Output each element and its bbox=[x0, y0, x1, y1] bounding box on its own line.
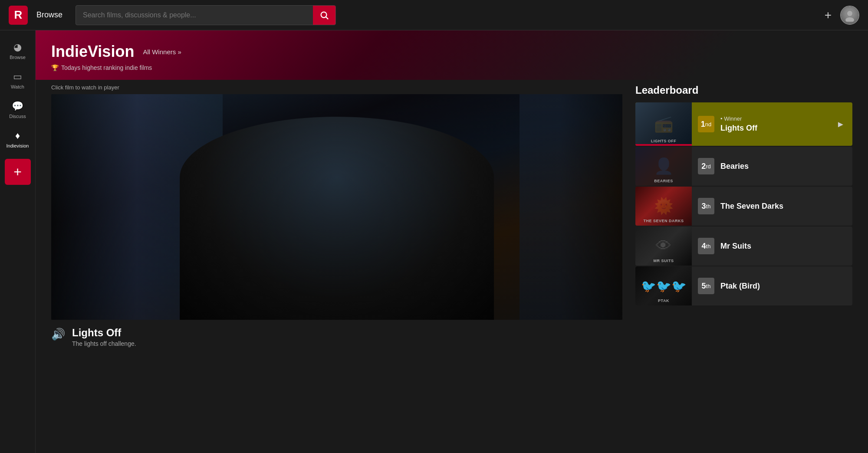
chat-icon: 💬 bbox=[12, 102, 23, 111]
user-avatar[interactable] bbox=[840, 6, 859, 25]
lb-film-title-4: Mr Suits bbox=[720, 242, 852, 251]
video-background bbox=[51, 94, 622, 320]
content-area: IndieVision All Winners » 🏆 Todays highe… bbox=[36, 30, 868, 453]
lb-rank-num-2: 2 bbox=[701, 162, 706, 171]
lb-thumbnail-2: 👤 BEARIES bbox=[635, 147, 692, 186]
player-section: Click film to watch in player 🔊 Lights O… bbox=[51, 80, 635, 453]
lb-rank-suffix-4: th bbox=[706, 243, 711, 249]
leaderboard-item-4[interactable]: 👁 MR SUITS 4th Mr Suits bbox=[635, 226, 852, 266]
lb-thumbnail-4: 👁 MR SUITS bbox=[635, 226, 692, 266]
player-leaderboard-row: Click film to watch in player 🔊 Lights O… bbox=[36, 80, 868, 453]
diamond-icon: ♦ bbox=[15, 131, 20, 141]
sidebar-label-indievision: Indievision bbox=[7, 143, 29, 148]
lb-winner-label: • Winner bbox=[720, 115, 834, 122]
top-nav: R Browse + bbox=[0, 0, 868, 30]
search-bar bbox=[76, 5, 336, 25]
avatar-image bbox=[841, 7, 858, 24]
lb-thumb-label-5: PTAK bbox=[635, 299, 692, 303]
sidebar-add-icon: + bbox=[13, 164, 22, 180]
app-logo[interactable]: R bbox=[9, 6, 28, 25]
search-input[interactable] bbox=[76, 7, 313, 23]
lb-film-title-2: Bearies bbox=[720, 162, 852, 171]
compass-icon: ◕ bbox=[13, 43, 22, 52]
lb-rank-badge-2: 2rd bbox=[698, 158, 714, 174]
lb-thumbnail-5: 🐦🐦🐦 PTAK bbox=[635, 266, 692, 305]
lb-thumb-label-4: MR SUITS bbox=[635, 259, 692, 263]
lb-thumbnail-1: 📻 LIGHTS OFF bbox=[635, 102, 692, 146]
indievision-header: IndieVision All Winners » 🏆 Todays highe… bbox=[36, 30, 868, 80]
sidebar-item-discuss[interactable]: 💬 Discuss bbox=[0, 96, 35, 124]
sidebar: ◕ Browse ▭ Watch 💬 Discuss ♦ Indievision… bbox=[0, 30, 36, 453]
svg-line-1 bbox=[326, 17, 328, 19]
video-player[interactable] bbox=[51, 94, 622, 320]
search-icon bbox=[319, 10, 329, 20]
leaderboard-item-2[interactable]: 👤 BEARIES 2rd Bearies bbox=[635, 147, 852, 186]
leaderboard-item-5[interactable]: 🐦🐦🐦 PTAK 5th Ptak (Bird) bbox=[635, 266, 852, 305]
browse-label: Browse bbox=[36, 10, 62, 20]
lb-rank-badge-3: 3th bbox=[698, 198, 714, 214]
lb-film-title-5: Ptak (Bird) bbox=[720, 282, 852, 291]
indievision-title-row: IndieVision All Winners » bbox=[51, 43, 851, 61]
lb-rank-suffix-1: nd bbox=[705, 121, 711, 128]
sidebar-label-watch: Watch bbox=[11, 84, 24, 89]
sidebar-item-indievision[interactable]: ♦ Indievision bbox=[0, 126, 35, 154]
lb-info-2: Bearies bbox=[720, 162, 852, 171]
click-hint: Click film to watch in player bbox=[51, 84, 622, 91]
sidebar-label-browse: Browse bbox=[10, 55, 26, 60]
add-button[interactable]: + bbox=[825, 9, 832, 21]
leaderboard-list: 📻 LIGHTS OFF 1nd • Winner Lights Off ► bbox=[635, 102, 852, 453]
svg-point-0 bbox=[321, 12, 327, 17]
lb-rank-suffix-5: th bbox=[706, 283, 711, 289]
lb-rank-suffix-2: rd bbox=[706, 163, 711, 170]
video-overlay bbox=[51, 94, 622, 320]
indievision-subtitle: 🏆 Todays highest ranking indie films bbox=[51, 64, 851, 71]
lb-thumb-label-2: BEARIES bbox=[635, 179, 692, 183]
lb-rank-num-5: 5 bbox=[702, 282, 706, 291]
lb-rank-suffix-3: th bbox=[706, 203, 711, 210]
leaderboard-item-1[interactable]: 📻 LIGHTS OFF 1nd • Winner Lights Off ► bbox=[635, 102, 852, 146]
leaderboard-item-3[interactable]: 🌞 THE SEVEN DARKS 3th The Seven Darks bbox=[635, 187, 852, 226]
now-playing-title: Lights Off bbox=[72, 327, 136, 339]
lb-rank-num-3: 3 bbox=[702, 202, 706, 211]
lb-chevron-1: ► bbox=[834, 118, 847, 131]
svg-point-2 bbox=[847, 11, 852, 16]
lb-thumbnail-3: 🌞 THE SEVEN DARKS bbox=[635, 187, 692, 226]
indievision-title: IndieVision bbox=[51, 43, 134, 61]
lb-rank-badge-4: 4th bbox=[698, 238, 714, 254]
trophy-icon: 🏆 bbox=[51, 64, 59, 71]
sidebar-label-discuss: Discuss bbox=[9, 114, 26, 119]
sidebar-add-button[interactable]: + bbox=[5, 159, 31, 185]
lb-thumb-label-1: LIGHTS OFF bbox=[635, 139, 692, 143]
lb-info-3: The Seven Darks bbox=[720, 202, 852, 211]
all-winners-link[interactable]: All Winners » bbox=[143, 48, 181, 56]
now-playing: 🔊 Lights Off The lights off challenge. bbox=[51, 320, 622, 351]
search-button[interactable] bbox=[313, 6, 335, 25]
lb-info-5: Ptak (Bird) bbox=[720, 282, 852, 291]
lb-rank-num-4: 4 bbox=[702, 242, 706, 251]
lb-rank-num-1: 1 bbox=[701, 120, 705, 129]
nav-right: + bbox=[825, 6, 859, 25]
lb-info-4: Mr Suits bbox=[720, 242, 852, 251]
now-playing-info: Lights Off The lights off challenge. bbox=[72, 327, 136, 347]
lb-film-title-3: The Seven Darks bbox=[720, 202, 852, 211]
lb-red-bar-1 bbox=[635, 144, 692, 146]
sidebar-item-watch[interactable]: ▭ Watch bbox=[0, 67, 35, 95]
sidebar-item-browse[interactable]: ◕ Browse bbox=[0, 37, 35, 65]
leaderboard-section: Leaderboard 📻 LIGHTS OFF 1nd • bbox=[635, 80, 852, 453]
lb-info-1: • Winner Lights Off bbox=[720, 115, 834, 133]
lb-rank-badge-1: 1nd bbox=[698, 116, 714, 132]
lb-thumb-label-3: THE SEVEN DARKS bbox=[635, 219, 692, 223]
lb-film-title-1: Lights Off bbox=[720, 124, 834, 133]
lb-rank-badge-5: 5th bbox=[698, 278, 714, 294]
subtitle-text: Todays highest ranking indie films bbox=[61, 64, 152, 71]
svg-point-3 bbox=[845, 17, 854, 22]
leaderboard-title: Leaderboard bbox=[635, 84, 852, 96]
main-layout: ◕ Browse ▭ Watch 💬 Discuss ♦ Indievision… bbox=[0, 30, 868, 453]
tv-icon: ▭ bbox=[13, 72, 22, 82]
now-playing-description: The lights off challenge. bbox=[72, 340, 136, 347]
speaker-icon: 🔊 bbox=[51, 328, 65, 341]
